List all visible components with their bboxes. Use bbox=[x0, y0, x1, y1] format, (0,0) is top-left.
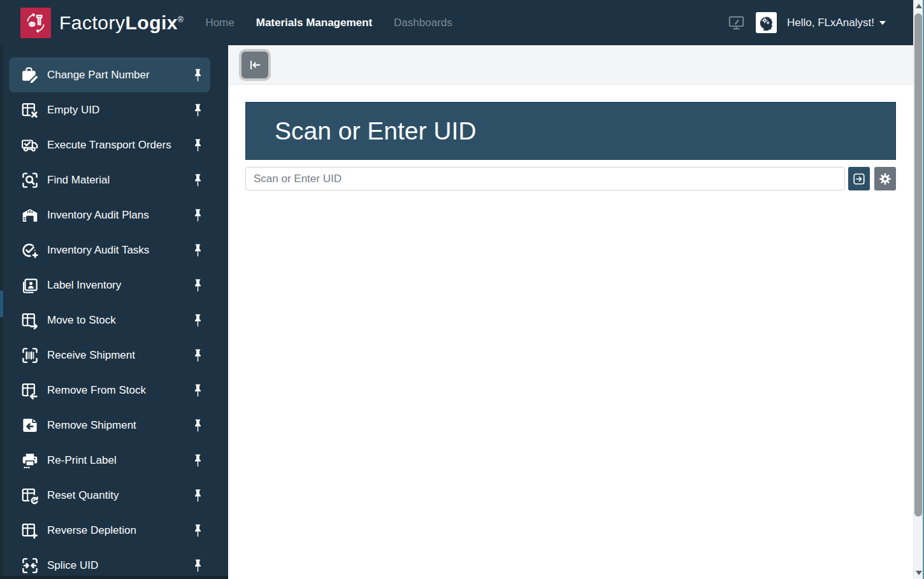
pin-icon[interactable] bbox=[193, 348, 203, 362]
chevron-down-icon[interactable] bbox=[879, 21, 886, 25]
scroll-up-icon[interactable] bbox=[916, 4, 922, 8]
sidebar-item-label: Reset Quantity bbox=[47, 489, 119, 502]
scroll-down-icon[interactable] bbox=[916, 571, 922, 575]
sidebar-item-reverse-depletion[interactable]: Reverse Depletion bbox=[9, 513, 210, 548]
pin-icon[interactable] bbox=[193, 523, 203, 538]
warehouse-icon bbox=[19, 206, 41, 225]
pin-icon[interactable] bbox=[193, 383, 203, 397]
sidebar-item-inventory-audit-plans[interactable]: Inventory Audit Plans bbox=[9, 197, 210, 232]
sidebar-item-label: Empty UID bbox=[47, 104, 99, 117]
bolt-recycle-icon bbox=[23, 10, 48, 36]
sidebar-item-change-part-number[interactable]: Change Part Number bbox=[9, 57, 210, 92]
grid-plus-icon bbox=[19, 521, 41, 540]
sidebar-item-label: Remove Shipment bbox=[47, 419, 136, 432]
sidebar-item-label: Label Inventory bbox=[47, 279, 121, 292]
sidebar-item-label: Reverse Depletion bbox=[47, 524, 136, 537]
pin-icon[interactable] bbox=[193, 138, 203, 152]
scrollbar-thumb[interactable] bbox=[914, 13, 922, 517]
sidebar-item-label: Change Part Number bbox=[47, 69, 150, 82]
top-right-controls: Hello, FLxAnalyst! bbox=[728, 12, 886, 33]
sidebar-item-label: Execute Transport Orders bbox=[47, 139, 171, 152]
vertical-scrollbar[interactable] bbox=[913, 0, 924, 579]
pin-icon[interactable] bbox=[193, 278, 203, 292]
pin-icon[interactable] bbox=[193, 103, 203, 117]
factorylogix-app: FactoryLogix® Home Materials Management … bbox=[0, 0, 924, 579]
sidebar-item-label: Re-Print Label bbox=[47, 454, 117, 467]
pin-icon[interactable] bbox=[193, 313, 203, 327]
sidebar-item-label: Remove From Stock bbox=[47, 384, 146, 397]
top-navigation-bar: FactoryLogix® Home Materials Management … bbox=[0, 0, 913, 45]
sidebar-item-label: Move to Stock bbox=[47, 314, 116, 327]
printer-icon bbox=[19, 451, 41, 470]
pin-icon[interactable] bbox=[193, 488, 203, 503]
uid-input[interactable] bbox=[245, 167, 845, 190]
scan-search-icon bbox=[19, 171, 41, 190]
brand-wordmark: FactoryLogix® bbox=[59, 12, 184, 34]
submit-uid-button[interactable] bbox=[848, 167, 870, 190]
panel-header: Scan or Enter UID bbox=[245, 102, 896, 160]
user-avatar[interactable] bbox=[756, 12, 777, 33]
sidebar-item-reprint-label[interactable]: Re-Print Label bbox=[9, 443, 210, 478]
sidebar-item-execute-transport-orders[interactable]: Execute Transport Orders bbox=[9, 127, 210, 162]
splice-arrows-icon bbox=[19, 556, 41, 575]
main-content: Scan or Enter UID bbox=[228, 45, 913, 579]
uid-entry-row bbox=[245, 167, 896, 190]
sidebar-item-label: Splice UID bbox=[47, 559, 98, 572]
check-plus-icon bbox=[19, 241, 41, 260]
sidebar-scrollbar[interactable] bbox=[0, 45, 3, 579]
panel-title: Scan or Enter UID bbox=[275, 117, 476, 145]
sidebar-item-reset-quantity[interactable]: Reset Quantity bbox=[9, 478, 210, 513]
briefcase-edit-icon bbox=[19, 66, 41, 85]
truck-check-icon bbox=[19, 136, 41, 155]
sidebar-item-remove-shipment[interactable]: Remove Shipment bbox=[9, 408, 210, 443]
materials-sidebar: Change Part Number Empty UID bbox=[0, 45, 228, 579]
pin-icon[interactable] bbox=[193, 418, 203, 432]
sidebar-item-label: Inventory Audit Tasks bbox=[47, 244, 149, 257]
nav-dashboards[interactable]: Dashboards bbox=[394, 17, 452, 29]
pin-icon[interactable] bbox=[193, 68, 203, 82]
collapse-sidebar-button[interactable] bbox=[239, 49, 271, 81]
pin-icon[interactable] bbox=[193, 453, 203, 468]
pin-icon[interactable] bbox=[193, 173, 203, 187]
brand-factory: Factory bbox=[59, 12, 126, 33]
scan-uid-section: Scan or Enter UID bbox=[228, 85, 913, 190]
nav-materials-management[interactable]: Materials Management bbox=[256, 17, 372, 29]
sidebar-item-label: Find Material bbox=[47, 174, 110, 187]
settings-button[interactable] bbox=[874, 167, 896, 190]
sidebar-item-find-material[interactable]: Find Material bbox=[9, 162, 210, 197]
pin-icon[interactable] bbox=[193, 243, 203, 257]
sidebar-item-move-to-stock[interactable]: Move to Stock bbox=[9, 303, 210, 338]
remote-monitor-edit-icon[interactable] bbox=[728, 14, 745, 31]
grid-arrow-right-icon bbox=[19, 311, 41, 330]
sidebar-item-empty-uid[interactable]: Empty UID bbox=[9, 92, 210, 127]
clipboard-arrow-left-icon bbox=[19, 416, 41, 435]
sidebar-item-label: Inventory Audit Plans bbox=[47, 209, 149, 222]
submit-uid-icon bbox=[852, 172, 866, 186]
factorylogix-logo[interactable] bbox=[20, 8, 51, 38]
pin-icon[interactable] bbox=[193, 208, 203, 222]
user-greeting[interactable]: Hello, FLxAnalyst! bbox=[787, 17, 874, 29]
content-toolbar bbox=[228, 45, 913, 85]
collapse-sidebar-icon bbox=[247, 57, 263, 73]
nav-home[interactable]: Home bbox=[205, 17, 234, 29]
sidebar-item-label-inventory[interactable]: Label Inventory bbox=[9, 268, 210, 303]
id-card-icon bbox=[19, 276, 41, 295]
sidebar-item-receive-shipment[interactable]: Receive Shipment bbox=[9, 338, 210, 373]
registered-mark: ® bbox=[178, 15, 184, 24]
barcode-scan-icon bbox=[19, 346, 41, 365]
pin-icon[interactable] bbox=[193, 558, 203, 573]
sidebar-item-label: Receive Shipment bbox=[47, 349, 135, 362]
sidebar-item-inventory-audit-tasks[interactable]: Inventory Audit Tasks bbox=[9, 232, 210, 268]
grid-arrow-left-icon bbox=[19, 381, 41, 400]
sidebar-item-remove-from-stock[interactable]: Remove From Stock bbox=[9, 373, 210, 408]
primary-nav: Home Materials Management Dashboards bbox=[205, 17, 452, 29]
grid-refresh-icon bbox=[19, 486, 41, 505]
settings-gear-icon bbox=[878, 172, 892, 186]
brand-logix: Logix bbox=[126, 12, 178, 33]
grid-x-icon bbox=[19, 101, 41, 120]
sidebar-item-splice-uid[interactable]: Splice UID bbox=[9, 548, 210, 579]
